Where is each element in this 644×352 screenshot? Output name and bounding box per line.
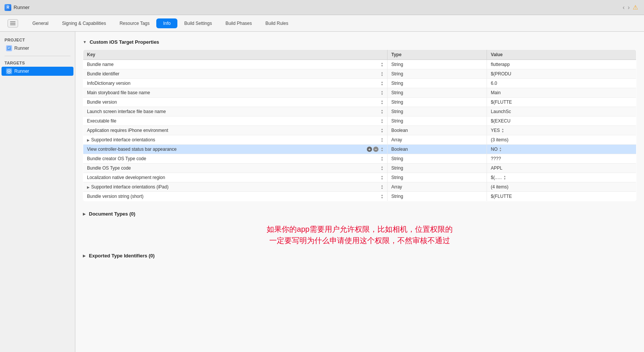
title-bar-controls: ‹ › ⚠ xyxy=(623,4,638,11)
sidebar-toggle-button[interactable] xyxy=(8,19,18,28)
table-row: InfoDictionary version▲▼String6.0 xyxy=(83,79,636,88)
tab-general[interactable]: General xyxy=(26,18,55,28)
table-row: Main storyboard file base name▲▼StringMa… xyxy=(83,88,636,98)
table-row: Application requires iPhone environment▲… xyxy=(83,126,636,135)
window-title: Runner xyxy=(14,5,30,10)
value-mini-stepper[interactable]: ▲▼ xyxy=(504,175,506,180)
document-types-section[interactable]: ▶ Document Types (0) xyxy=(83,207,636,220)
sidebar: PROJECT Runner TARGETS Runner xyxy=(0,32,75,352)
type-cell: Array xyxy=(387,182,487,192)
row-stepper[interactable]: ▲▼ xyxy=(381,147,383,152)
section-collapse-triangle[interactable]: ▼ xyxy=(83,40,87,44)
add-item-button[interactable]: + xyxy=(367,147,372,152)
table-body: Bundle name▲▼StringflutterappBundle iden… xyxy=(83,60,636,201)
table-header: Key Type Value xyxy=(83,50,636,60)
svg-rect-5 xyxy=(8,48,9,49)
row-stepper[interactable]: ▲▼ xyxy=(381,137,383,142)
key-text: Bundle creator OS Type code xyxy=(87,156,378,161)
key-cell: Bundle version▲▼ xyxy=(83,98,388,107)
value-cell: (3 items) xyxy=(487,135,636,145)
tab-signing[interactable]: Signing & Capabilities xyxy=(55,18,113,28)
value-cell: Main xyxy=(487,88,636,98)
row-stepper[interactable]: ▲▼ xyxy=(381,71,383,77)
annotation-line2: 一定要写明为什么申请使用这个权限，不然审核不通过 xyxy=(83,235,636,246)
table-row: Bundle creator OS Type code▲▼String???? xyxy=(83,154,636,164)
value-cell: APPL xyxy=(487,164,636,173)
key-text: Application requires iPhone environment xyxy=(87,128,378,133)
section-title: Custom iOS Target Properties xyxy=(90,39,159,45)
row-stepper[interactable]: ▲▼ xyxy=(381,62,383,67)
row-stepper[interactable]: ▲▼ xyxy=(381,175,383,180)
exported-type-section[interactable]: ▶ Exported Type Identifiers (0) xyxy=(83,249,636,262)
key-text: Bundle identifier xyxy=(87,71,378,77)
row-stepper[interactable]: ▲▼ xyxy=(381,81,383,86)
type-cell: String xyxy=(387,107,487,116)
key-text: ▶Supported interface orientations (iPad) xyxy=(87,184,378,190)
type-cell: String xyxy=(387,98,487,107)
type-cell: String xyxy=(387,164,487,173)
key-cell: Bundle OS Type code▲▼ xyxy=(83,164,388,173)
document-types-triangle[interactable]: ▶ xyxy=(83,212,86,216)
type-cell: String xyxy=(387,69,487,79)
exported-type-triangle[interactable]: ▶ xyxy=(83,254,86,258)
value-mini-stepper[interactable]: ▲▼ xyxy=(501,128,504,133)
table-row: Bundle name▲▼Stringflutterapp xyxy=(83,60,636,69)
row-stepper[interactable]: ▲▼ xyxy=(381,118,383,124)
key-text: InfoDictionary version xyxy=(87,81,378,86)
remove-item-button[interactable]: − xyxy=(373,147,378,152)
key-text: Launch screen interface file base name xyxy=(87,109,378,114)
row-stepper[interactable]: ▲▼ xyxy=(381,156,383,161)
svg-rect-1 xyxy=(10,23,15,24)
sidebar-item-runner-target[interactable]: Runner xyxy=(2,67,73,76)
svg-rect-0 xyxy=(10,21,15,22)
row-stepper[interactable]: ▲▼ xyxy=(381,165,383,171)
section-header: ▼ Custom iOS Target Properties xyxy=(83,39,636,45)
tab-build-rules[interactable]: Build Rules xyxy=(259,18,295,28)
key-cell: Localization native development region▲▼ xyxy=(83,173,388,182)
row-stepper[interactable]: ▲▼ xyxy=(381,90,383,95)
annotation-line1: 如果你的app需要用户允许权限，比如相机，位置权限的 xyxy=(83,223,636,235)
table-row: Launch screen interface file base name▲▼… xyxy=(83,107,636,116)
tab-info[interactable]: Info xyxy=(156,18,177,28)
value-mini-stepper[interactable]: ▲▼ xyxy=(499,147,502,152)
app-icon: R xyxy=(5,4,11,11)
nav-forward-button[interactable]: › xyxy=(628,4,630,11)
row-stepper[interactable]: ▲▼ xyxy=(381,128,383,133)
sidebar-item-runner-project[interactable]: Runner xyxy=(2,44,73,53)
table-row: Bundle version▲▼String$(FLUTTE xyxy=(83,98,636,107)
key-cell: Application requires iPhone environment▲… xyxy=(83,126,388,135)
type-cell: Boolean xyxy=(387,126,487,135)
tab-build-settings[interactable]: Build Settings xyxy=(177,18,218,28)
key-cell: Bundle creator OS Type code▲▼ xyxy=(83,154,388,164)
table-row: Bundle OS Type code▲▼StringAPPL xyxy=(83,164,636,173)
key-text: Bundle OS Type code xyxy=(87,165,378,171)
row-stepper[interactable]: ▲▼ xyxy=(381,184,383,190)
tab-build-phases[interactable]: Build Phases xyxy=(219,18,259,28)
main-layout: PROJECT Runner TARGETS Runner ▼ Custom i… xyxy=(0,32,644,352)
key-text: Executable file xyxy=(87,118,378,124)
warning-icon: ⚠ xyxy=(633,4,638,11)
row-stepper[interactable]: ▲▼ xyxy=(381,109,383,114)
row-expand-triangle[interactable]: ▶ xyxy=(87,138,90,142)
type-cell: Boolean xyxy=(387,145,487,154)
type-cell: Array xyxy=(387,135,487,145)
value-cell: NO▲▼ xyxy=(487,145,636,154)
tab-bar: General Signing & Capabilities Resource … xyxy=(0,15,644,32)
row-expand-triangle[interactable]: ▶ xyxy=(87,185,90,189)
value-cell: ???? xyxy=(487,154,636,164)
nav-back-button[interactable]: ‹ xyxy=(623,4,624,11)
key-text: Bundle name xyxy=(87,62,378,67)
value-cell: (4 items) xyxy=(487,182,636,192)
row-stepper[interactable]: ▲▼ xyxy=(381,99,383,105)
key-cell: Bundle version string (short)▲▼ xyxy=(83,192,388,201)
svg-point-7 xyxy=(8,70,10,72)
document-types-label: Document Types (0) xyxy=(89,211,135,217)
table-row: ▶Supported interface orientations (iPad)… xyxy=(83,182,636,192)
type-cell: String xyxy=(387,154,487,164)
project-section-label: PROJECT xyxy=(0,36,75,44)
value-cell: $(PRODU xyxy=(487,69,636,79)
row-stepper[interactable]: ▲▼ xyxy=(381,194,383,199)
value-cell: flutterapp xyxy=(487,60,636,69)
tab-resource-tags[interactable]: Resource Tags xyxy=(113,18,156,28)
key-cell: InfoDictionary version▲▼ xyxy=(83,79,388,88)
